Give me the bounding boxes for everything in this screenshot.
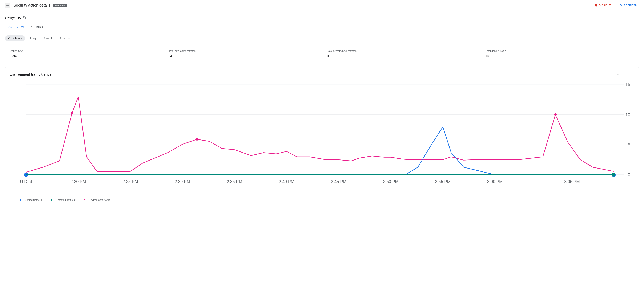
svg-text:2:40 PM: 2:40 PM [279,179,294,184]
svg-rect-24 [612,173,616,176]
refresh-button[interactable]: ↻ REFRESH [618,2,639,9]
stat-action-type: Action type Deny [5,46,164,61]
resource-name: deny-ips ⧉ [5,15,639,20]
denied-icon [18,200,23,200]
svg-text:2:35 PM: 2:35 PM [227,179,242,184]
chart-legend: Denied traffic: 1 Detected traffic: 0 En… [10,198,634,202]
legend-detected: Detected traffic: 0 [49,198,76,202]
svg-text:2:30 PM: 2:30 PM [175,179,190,184]
legend-denied: Denied traffic: 1 [18,198,42,202]
page-content: deny-ips ⧉ OVERVIEW ATTRIBUTES 12 hours … [0,11,644,206]
chart-more-icon[interactable]: ⋮ [630,72,634,77]
svg-text:2:55 PM: 2:55 PM [435,179,450,184]
time-filter-2w[interactable]: 2 weeks [57,35,73,41]
svg-marker-21 [554,113,557,116]
tab-attributes[interactable]: ATTRIBUTES [27,23,52,31]
copy-icon[interactable]: ⧉ [23,15,26,20]
svg-marker-20 [195,138,199,141]
svg-text:2:45 PM: 2:45 PM [331,179,346,184]
svg-text:2:50 PM: 2:50 PM [383,179,398,184]
chart-section: Environment traffic trends ≡ ⛶ ⋮ 15 10 5… [5,67,639,206]
svg-text:3:05 PM: 3:05 PM [564,179,580,184]
time-filter-bar: 12 hours 1 day 1 week 2 weeks [5,35,639,41]
svg-text:2:25 PM: 2:25 PM [122,179,138,184]
chart-canvas: 15 10 5 0 UTC-4 2:20 PM 2:25 PM 2:30 PM … [10,80,634,197]
tab-bar: OVERVIEW ATTRIBUTES [5,23,639,31]
svg-text:15: 15 [625,82,630,87]
svg-text:0: 0 [628,172,630,177]
time-filter-1w[interactable]: 1 week [41,35,55,41]
legend-environment: Environment traffic: 1 [82,198,113,202]
detected-icon [49,200,54,200]
svg-text:3:00 PM: 3:00 PM [487,179,503,184]
svg-marker-19 [70,111,74,115]
time-filter-1d[interactable]: 1 day [27,35,39,41]
time-filter-12h[interactable]: 12 hours [5,35,25,41]
tab-overview[interactable]: OVERVIEW [5,23,27,31]
disable-icon: ✖ [594,3,598,7]
back-button[interactable]: ← [5,2,10,8]
stat-denied-traffic: Total denied traffic 13 [480,46,639,61]
stat-env-traffic: Total environment traffic 54 [164,46,322,61]
svg-text:2:20 PM: 2:20 PM [70,179,86,184]
chart-title: Environment traffic trends [10,72,52,76]
preview-badge: PREVIEW [53,4,67,7]
page-header: ← Security action details PREVIEW ✖ DISA… [0,0,644,11]
environment-icon [82,200,87,200]
refresh-icon: ↻ [620,3,622,7]
page-title: Security action details PREVIEW [14,3,590,8]
svg-text:5: 5 [628,142,630,148]
chart-actions: ≡ ⛶ ⋮ [616,72,634,77]
stats-grid: Action type Deny Total environment traff… [5,46,639,61]
header-actions: ✖ DISABLE ↻ REFRESH [593,2,639,9]
chart-expand-icon[interactable]: ⛶ [622,72,627,77]
svg-text:UTC-4: UTC-4 [20,179,32,184]
disable-button[interactable]: ✖ DISABLE [593,2,613,9]
chart-lines-icon[interactable]: ≡ [616,72,620,77]
svg-text:10: 10 [625,112,630,118]
stat-detected-traffic: Total detected event traffic 0 [322,46,480,61]
chart-header: Environment traffic trends ≡ ⛶ ⋮ [10,72,634,77]
